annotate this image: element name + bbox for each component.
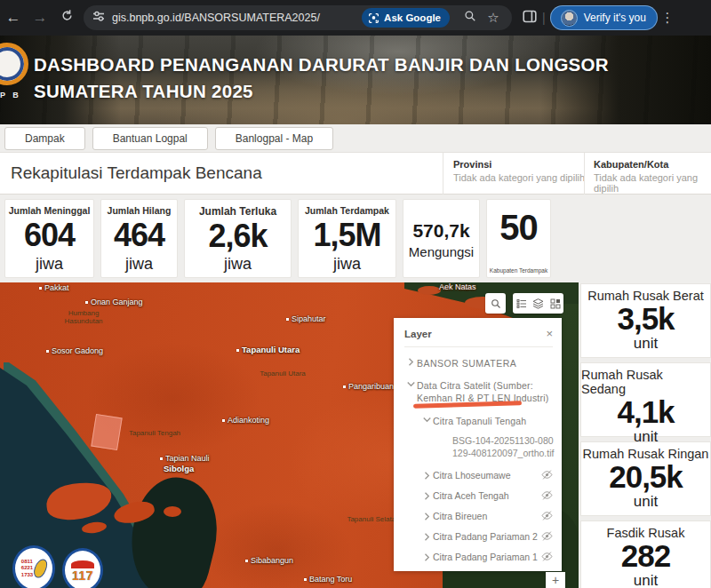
map-label: Sibolga — [164, 464, 194, 473]
map-label: Adiankoting — [222, 416, 269, 425]
chevron-right-icon[interactable] — [420, 532, 433, 541]
call-center-117-badge: 117 — [62, 548, 103, 588]
stat-card-mengungsi: 570,7k Mengungsi — [403, 199, 480, 278]
map-region-label: Tapanuli Tengah — [126, 429, 183, 437]
visibility-off-icon[interactable] — [539, 489, 553, 501]
stat-card-hilang: Jumlah Hilang 464 jiwa — [100, 199, 178, 278]
recap-header: Rekapitulasi Terdampak Bencana Provinsi … — [0, 153, 711, 195]
visibility-off-icon[interactable] — [539, 551, 553, 562]
map-label: Aek Natas — [439, 282, 476, 291]
chevron-right-icon[interactable] — [420, 471, 433, 480]
page-title: DASHBOARD PENANGANAN DARURAT BANJIR DAN … — [34, 52, 609, 104]
tab-bantuan-logpal[interactable]: Bantuan Logpal — [92, 127, 208, 150]
divider — [443, 153, 443, 195]
hotline-badge: 0811 6221 1733 — [12, 545, 55, 588]
layer-citra-padang-pariaman-1[interactable]: Citra Padang Pariaman 1 — [420, 551, 553, 562]
map-label: Tapian Nauli — [160, 454, 210, 463]
stat-card-fasdik-rusak: Fasdik Rusak 282 unit — [580, 520, 711, 588]
chevron-right-icon[interactable] — [420, 552, 433, 561]
layer-panel-title: Layer — [404, 329, 432, 339]
tab-dampak[interactable]: Dampak — [4, 127, 85, 150]
bnpb-logo-text: P B — [0, 91, 21, 99]
stat-card-terluka: Jumlah Terluka 2,6k jiwa — [184, 199, 292, 278]
sumatra-map-icon — [32, 558, 49, 580]
layers-icon — [532, 298, 544, 309]
divider — [584, 153, 585, 195]
map-canvas[interactable]: Pakkat Onan Ganjang Sipahutar Sosor Gado… — [0, 282, 579, 588]
damage-stats-column: Rumah Rusak Berat 3,5k unit Rumah Rusak … — [580, 283, 711, 588]
stat-card-kabupaten: 50 Kabupaten Terdampak — [486, 199, 551, 278]
filter-kabupaten-kota[interactable]: Kabupaten/Kota Tidak ada kategori yang d… — [594, 159, 711, 194]
stat-card-meninggal: Jumlah Meninggal 604 jiwa — [4, 199, 94, 278]
basemap-button[interactable] — [547, 293, 563, 314]
layer-citra-bireuen[interactable]: Citra Bireuen — [420, 510, 553, 521]
layer-group-bansor-sumatera[interactable]: BANSOR SUMATERA — [404, 357, 553, 369]
section-title: Rekapitulasi Terdampak Bencana — [11, 163, 262, 183]
chevron-down-icon[interactable] — [420, 415, 433, 423]
address-bar[interactable]: gis.bnpb.go.id/BANSORSUMATERA2025/ Ask G… — [84, 5, 512, 30]
visibility-off-icon[interactable] — [539, 469, 553, 481]
legend-list-icon — [516, 298, 527, 309]
site-info-icon[interactable] — [92, 10, 105, 26]
chevron-right-icon[interactable] — [420, 491, 433, 500]
side-panel-icon[interactable] — [523, 10, 537, 27]
close-icon[interactable]: × — [546, 327, 553, 340]
layers-button[interactable] — [530, 293, 547, 314]
search-icon — [491, 298, 501, 309]
visibility-off-icon[interactable] — [539, 510, 553, 521]
map-label: Sosor Gadong — [46, 346, 103, 355]
map-search-button[interactable] — [485, 293, 506, 314]
map-label: Tapanuli Utara — [236, 345, 300, 354]
search-icon[interactable] — [459, 10, 482, 26]
toolbar-separator: | — [542, 11, 546, 25]
indonesia-arc-icon — [71, 560, 94, 568]
map-label: Sipahutar — [286, 314, 326, 323]
map-label: Sibabangun — [245, 556, 293, 565]
dashboard-banner: P B DASHBOARD PENANGANAN DARURAT BANJIR … — [0, 36, 711, 124]
tab-banlogpal-map[interactable]: Banlogpal - Map — [215, 127, 333, 150]
stat-card-rumah-rusak-sedang: Rumah Rusak Sedang 4,1k unit — [580, 362, 711, 437]
tab-bar: Dampak Bantuan Logpal Banlogpal - Map — [0, 124, 711, 153]
impact-stats-row: Jumlah Meninggal 604 jiwa Jumlah Hilang … — [0, 195, 711, 282]
map-region-label: Humbang Hasundutan — [55, 309, 112, 325]
verify-its-you-button[interactable]: Verify it's you — [551, 6, 657, 29]
layer-citra-tapanuli-tengah[interactable]: Citra Tapanuli Tengah — [420, 415, 553, 427]
layer-citra-aceh-tengah[interactable]: Citra Aceh Tengah — [420, 489, 553, 501]
ask-google-button[interactable]: Ask Google — [362, 8, 450, 28]
island — [164, 506, 181, 517]
map-label: Pakkat — [39, 283, 69, 292]
stat-card-terdampak: Jumlah Terdampak 1,5M jiwa — [298, 199, 396, 278]
layer-file-name[interactable]: BSG-104-20251130-080129-408120097_ortho.… — [452, 434, 555, 460]
layer-group-citra-satelit[interactable]: Data Citra Satelit (Sumber: Kemhan RI & … — [404, 379, 553, 404]
chevron-down-icon[interactable] — [404, 379, 417, 387]
visibility-off-icon[interactable] — [539, 530, 553, 542]
overlay-patch — [418, 286, 441, 295]
basemap-grid-icon — [550, 298, 561, 309]
map-label: Batang Toru — [304, 575, 352, 584]
forward-icon[interactable]: → — [27, 9, 53, 27]
menu-kebab-icon[interactable]: ⋮ — [657, 10, 678, 26]
profile-avatar — [561, 10, 578, 27]
bookmark-star-icon[interactable]: ☆ — [482, 10, 505, 26]
main-area: Pakkat Onan Ganjang Sipahutar Sosor Gado… — [0, 282, 711, 588]
legend-button[interactable] — [513, 293, 530, 314]
map-label: Pangaribuan — [343, 382, 394, 391]
map-region-label: Tapanuli Utara — [254, 369, 311, 377]
satellite-footprint — [91, 414, 122, 450]
chevron-right-icon[interactable] — [420, 512, 433, 520]
filter-provinsi[interactable]: Provinsi Tidak ada kategori yang dipilih — [453, 159, 585, 183]
reload-icon[interactable] — [53, 9, 80, 27]
google-lens-icon — [368, 12, 379, 24]
layer-citra-lhoseumawe[interactable]: Citra Lhoseumawe — [420, 469, 553, 481]
chevron-right-icon[interactable] — [404, 357, 417, 366]
stat-card-rumah-rusak-ringan: Rumah Rusak Ringan 20,5k unit — [580, 441, 711, 516]
layer-panel: Layer × BANSOR SUMATERA Data Citra Satel… — [394, 318, 562, 571]
layer-citra-padang-pariaman-2[interactable]: Citra Padang Pariaman 2 — [420, 530, 553, 542]
stat-card-rumah-rusak-berat: Rumah Rusak Berat 3,5k unit — [580, 283, 711, 358]
map-zoom-in-button[interactable]: + — [546, 572, 565, 588]
url-text[interactable]: gis.bnpb.go.id/BANSORSUMATERA2025/ — [112, 12, 362, 24]
map-toolbar — [485, 293, 563, 314]
back-icon[interactable]: ← — [0, 9, 27, 27]
browser-toolbar: ← → gis.bnpb.go.id/BANSORSUMATERA2025/ A… — [0, 0, 711, 36]
map-label: Onan Ganjang — [85, 298, 143, 306]
